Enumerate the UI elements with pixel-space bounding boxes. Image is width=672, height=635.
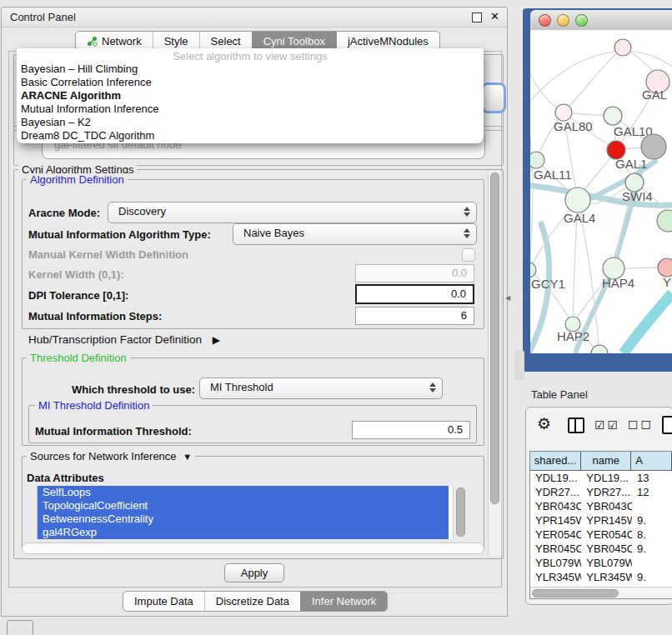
algorithm-option[interactable]: Dream8 DC_TDC Algorithm	[17, 129, 484, 142]
attribute-item-selected[interactable]: SelfLoops	[38, 486, 449, 499]
close-icon[interactable]: ✕	[490, 10, 499, 22]
network-window-titlebar[interactable]	[530, 10, 672, 31]
data-attributes-list[interactable]: SelfLoopsTopologicalCoefficientBetweenne…	[37, 486, 467, 539]
table-cell: YBR045C	[581, 542, 632, 556]
table-cell: YLR345W	[530, 570, 581, 584]
network-node-y[interactable]	[658, 258, 672, 277]
algorithm-option[interactable]: Bayesian – K2	[17, 116, 484, 129]
tab-label: Network	[102, 35, 142, 48]
table-cell: YBR045C	[530, 542, 581, 556]
network-node[interactable]	[614, 39, 631, 56]
mac-zoom-button[interactable]	[575, 14, 588, 27]
new-column-icon[interactable]	[662, 416, 672, 434]
mac-close-button[interactable]	[539, 14, 551, 27]
attribute-item-selected[interactable]: gal4RGexp	[38, 526, 449, 539]
collapse-down-icon: ▼	[183, 452, 192, 462]
checkbox-checked-icon: ☑	[594, 418, 608, 432]
mi-threshold-input[interactable]: 0.5	[352, 421, 470, 439]
table-cell: 9.	[632, 513, 672, 528]
mac-minimize-button[interactable]	[557, 14, 569, 27]
table-scrollbar-thumb[interactable]	[532, 589, 619, 598]
bottom-tab-discretize-data[interactable]: Discretize Data	[204, 592, 300, 611]
node-table-header: shared...nameA	[530, 452, 672, 471]
kernel-width-input[interactable]: 0.0	[355, 264, 474, 282]
node-table: shared...nameA YDL19...YDL19...13YDR27..…	[529, 451, 672, 599]
network-canvas[interactable]: GALGAL80GAL10GAL1GAL11SWI4GAL4GCY1HAP4YH…	[530, 30, 672, 353]
network-node[interactable]	[641, 134, 666, 159]
node-label: GAL1	[615, 157, 647, 171]
algorithm-option[interactable]: Bayesian – Hill Climbing	[17, 62, 484, 76]
table-cell: YLR345W	[581, 570, 632, 584]
table-row[interactable]: YDL19...YDL19...13	[530, 471, 672, 485]
splitter-collapse-icon[interactable]: ◀	[505, 294, 510, 302]
which-threshold-combobox[interactable]: MI Threshold	[199, 378, 443, 399]
table-row[interactable]: YBL079WYBL079W	[530, 556, 672, 570]
float-window-icon[interactable]	[472, 12, 482, 22]
deselect-all-checks-icon[interactable]: ☐☐	[628, 418, 654, 432]
node-label: Y	[663, 275, 671, 289]
column-header[interactable]: A	[631, 452, 672, 470]
table-row[interactable]: YPR145WYPR145W9.	[530, 513, 672, 528]
minimized-panel-button[interactable]	[7, 620, 33, 635]
bottom-tab-label: Infer Network	[312, 595, 376, 608]
aracne-mode-combobox[interactable]: Discovery	[108, 202, 477, 223]
network-node-gal11[interactable]	[530, 152, 544, 168]
network-node-gal10[interactable]	[604, 107, 622, 125]
gear-icon[interactable]: ⚙	[537, 414, 551, 433]
network-node[interactable]	[657, 210, 672, 232]
attributes-scrollbar[interactable]	[453, 486, 467, 539]
mi-algorithm-type-combobox[interactable]: Naive Bayes	[233, 223, 477, 245]
node-label: GAL4	[564, 211, 595, 225]
manual-kernel-width-checkbox[interactable]	[462, 248, 475, 262]
node-label: HAP4	[602, 276, 634, 290]
settings-horizontal-scrollbar[interactable]	[22, 542, 484, 554]
column-header[interactable]: shared...	[530, 452, 581, 470]
table-row[interactable]: YER054CYER054C8.	[530, 528, 672, 542]
settings-scrollbar[interactable]	[488, 171, 502, 556]
tab-label: jActiveMNodules	[348, 35, 429, 48]
collapse-right-icon: ▶	[213, 334, 220, 346]
algorithm-combobox-fragment[interactable]	[481, 82, 506, 113]
which-threshold-value: MI Threshold	[210, 381, 273, 393]
sources-title: Sources for Network Inference	[30, 450, 177, 462]
algorithm-option[interactable]: ARACNE Algorithm	[17, 89, 484, 102]
table-horizontal-scrollbar[interactable]	[530, 587, 672, 598]
table-row[interactable]: YDR27...YDR27...12	[530, 485, 672, 499]
table-row[interactable]: YBR043CYBR043C	[530, 499, 672, 513]
node-label: SWI4	[622, 189, 653, 203]
mi-algorithm-type-value: Naive Bayes	[243, 227, 304, 239]
network-graph: GALGAL80GAL10GAL1GAL11SWI4GAL4GCY1HAP4YH…	[530, 30, 672, 353]
table-row[interactable]: YBR045CYBR045C9.	[530, 542, 672, 556]
dpi-tolerance-input[interactable]: 0.0	[355, 284, 474, 304]
control-panel-titlebar[interactable]: Control Panel ✕	[2, 8, 507, 28]
table-cell: YDR27...	[581, 485, 632, 499]
apply-button[interactable]: Apply	[224, 563, 284, 582]
network-node-gal4[interactable]	[565, 188, 590, 212]
attribute-item-selected[interactable]: TopologicalCoefficient	[38, 499, 449, 512]
algorithm-dropdown-list: Bayesian – Hill ClimbingBasic Correlatio…	[17, 62, 484, 142]
screen: Control Panel ✕ NetworkStyleSelectCyni T…	[0, 0, 672, 635]
manual-kernel-width-label: Manual Kernel Width Definition	[28, 248, 188, 261]
node-label: HAP2	[557, 329, 589, 343]
mi-steps-label: Mutual Information Steps:	[28, 310, 162, 322]
attribute-item-selected[interactable]: BetweennessCentrality	[38, 512, 449, 526]
attributes-scrollbar-thumb[interactable]	[456, 488, 465, 537]
panel-splitter-handle[interactable]	[514, 350, 524, 380]
spinner-icon	[464, 228, 470, 238]
table-row[interactable]: YLR345WYLR345W9.	[530, 570, 672, 584]
network-node-gal80[interactable]	[555, 104, 572, 121]
table-cell: 13	[632, 471, 672, 485]
table-cell: 12	[632, 485, 672, 499]
table-panel-title: Table Panel	[531, 388, 588, 401]
columns-icon[interactable]	[568, 418, 584, 433]
sources-header[interactable]: Sources for Network Inference ▼	[27, 450, 195, 462]
algorithm-option[interactable]: Basic Correlation Inference	[17, 76, 484, 89]
column-header[interactable]: name	[581, 452, 631, 470]
settings-scrollbar-thumb[interactable]	[490, 172, 499, 504]
hub-definition-header[interactable]: Hub/Transcription Factor Definition ▶	[28, 333, 220, 346]
algorithm-option[interactable]: Mutual Information Inference	[17, 102, 484, 116]
bottom-tab-impute-data[interactable]: Impute Data	[123, 592, 204, 611]
select-all-checks-icon[interactable]: ☑☑	[594, 418, 620, 432]
mi-steps-input[interactable]: 6	[355, 307, 474, 325]
bottom-tab-infer-network[interactable]: Infer Network	[300, 592, 387, 611]
